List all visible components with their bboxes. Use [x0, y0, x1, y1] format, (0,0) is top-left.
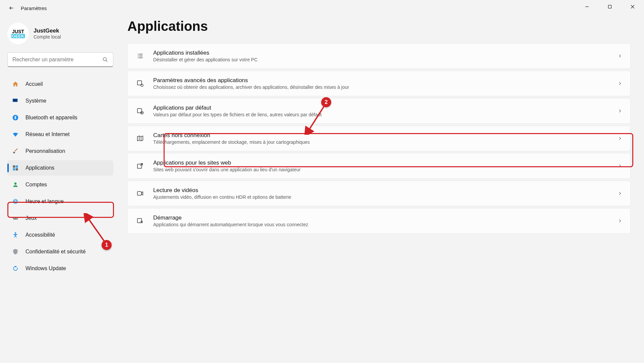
svg-rect-0 [608, 5, 611, 8]
card-title: Applications installées [153, 50, 618, 56]
card-title: Lecture de vidéos [153, 187, 618, 194]
titlebar: Paramètres [0, 0, 644, 16]
svg-rect-21 [137, 219, 142, 223]
card-installed-apps[interactable]: Applications installées Désinstaller et … [127, 43, 631, 69]
card-subtitle: Valeurs par défaut pour les types de fic… [153, 112, 618, 117]
nav-label: Applications [25, 165, 54, 171]
brush-icon [12, 148, 19, 155]
bluetooth-icon [12, 114, 19, 121]
clock-globe-icon [12, 198, 19, 205]
window-controls [576, 0, 644, 13]
avatar-line1: JUST [12, 29, 24, 34]
card-subtitle: Choisissez où obtenir des applications, … [153, 84, 618, 90]
close-icon [631, 5, 635, 9]
page-title: Applications [127, 19, 631, 34]
card-title: Paramètres avancés des applications [153, 77, 618, 84]
nav-item-accounts[interactable]: Comptes [7, 177, 113, 192]
list-icon [136, 52, 144, 60]
chevron-right-icon [618, 109, 622, 113]
card-default-apps[interactable]: Applications par défaut Valeurs par défa… [127, 98, 631, 124]
nav-item-home[interactable]: Accueil [7, 76, 113, 92]
gamepad-icon [12, 215, 19, 222]
nav-label: Réseau et Internet [25, 131, 70, 137]
card-subtitle: Téléchargements, emplacement de stockage… [153, 139, 618, 145]
minimize-icon [585, 5, 589, 9]
chevron-right-icon [618, 191, 622, 196]
nav-item-bluetooth[interactable]: Bluetooth et appareils [7, 110, 113, 125]
svg-rect-7 [13, 168, 15, 171]
nav-label: Personnalisation [25, 148, 65, 154]
svg-point-12 [14, 218, 15, 219]
card-title: Cartes hors connexion [153, 132, 618, 139]
video-icon [136, 189, 144, 198]
nav-label: Bluetooth et appareils [25, 115, 77, 121]
search-input[interactable] [12, 57, 102, 63]
svg-rect-5 [13, 166, 15, 168]
card-offline-maps[interactable]: Cartes hors connexion Téléchargements, e… [127, 126, 631, 151]
system-icon [12, 98, 19, 104]
card-title: Applications pour les sites web [153, 160, 618, 166]
svg-rect-3 [13, 99, 17, 102]
card-subtitle: Désinstaller et gérer des applications s… [153, 57, 618, 62]
svg-point-16 [141, 84, 143, 86]
svg-point-1 [103, 57, 107, 61]
minimize-button[interactable] [576, 0, 598, 13]
app-gear-icon [136, 79, 144, 88]
nav-item-applications[interactable]: Applications [7, 160, 113, 176]
search-box[interactable] [7, 52, 113, 67]
svg-rect-20 [137, 192, 141, 195]
nav-item-gaming[interactable]: Jeux [7, 210, 113, 226]
chevron-right-icon [618, 136, 622, 141]
nav-label: Accessibilité [25, 232, 55, 238]
nav-item-time-language[interactable]: Heure et langue [7, 194, 113, 209]
nav-label: Accueil [25, 81, 43, 87]
svg-rect-8 [16, 168, 18, 171]
open-link-icon [136, 162, 144, 170]
profile-block[interactable]: JUST GEEK JustGeek Compte local [7, 23, 121, 44]
home-icon [12, 81, 19, 87]
nav-item-windows-update[interactable]: Windows Update [7, 261, 113, 276]
chevron-right-icon [618, 219, 622, 223]
card-startup[interactable]: Démarrage Applications qui démarrent aut… [127, 208, 631, 234]
startup-icon [136, 217, 144, 225]
chevron-right-icon [618, 54, 622, 58]
nav-label: Confidentialité et sécurité [25, 249, 86, 255]
nav: Accueil Système Bluetooth et appareils R… [7, 76, 121, 276]
apps-icon [12, 165, 19, 171]
nav-label: Comptes [25, 182, 47, 188]
map-icon [136, 134, 144, 143]
card-subtitle: Sites web pouvant s'ouvrir dans une appl… [153, 167, 618, 172]
nav-item-personalization[interactable]: Personnalisation [7, 143, 113, 159]
card-subtitle: Ajustements vidéo, diffusion en continu … [153, 194, 618, 200]
card-subtitle: Applications qui démarrent automatiqueme… [153, 222, 618, 227]
nav-item-accessibility[interactable]: Accessibilité [7, 227, 113, 243]
nav-item-privacy[interactable]: Confidentialité et sécurité [7, 244, 113, 259]
accessibility-icon [12, 232, 19, 238]
card-advanced-app-settings[interactable]: Paramètres avancés des applications Choi… [127, 71, 631, 96]
close-button[interactable] [621, 0, 644, 13]
chevron-right-icon [618, 164, 622, 168]
maximize-button[interactable] [598, 0, 621, 13]
card-video-playback[interactable]: Lecture de vidéos Ajustements vidéo, dif… [127, 181, 631, 206]
svg-point-13 [16, 218, 17, 219]
nav-label: Jeux [25, 215, 37, 221]
profile-name: JustGeek [34, 27, 61, 34]
window-title: Paramètres [21, 5, 47, 11]
nav-label: Heure et langue [25, 198, 64, 204]
person-icon [12, 181, 19, 188]
nav-label: Système [25, 98, 46, 104]
avatar: JUST GEEK [7, 23, 29, 44]
maximize-icon [608, 5, 612, 9]
nav-item-network[interactable]: Réseau et Internet [7, 127, 113, 142]
svg-point-9 [14, 182, 17, 185]
card-title: Démarrage [153, 215, 618, 221]
card-apps-for-websites[interactable]: Applications pour les sites web Sites we… [127, 153, 631, 179]
back-button[interactable] [8, 5, 15, 11]
nav-item-system[interactable]: Système [7, 93, 113, 109]
avatar-line2: GEEK [11, 34, 25, 38]
default-apps-icon [136, 107, 144, 115]
sidebar: JUST GEEK JustGeek Compte local Accueil [0, 16, 121, 363]
chevron-right-icon [618, 81, 622, 86]
card-title: Applications par défaut [153, 105, 618, 111]
wifi-icon [12, 131, 19, 138]
